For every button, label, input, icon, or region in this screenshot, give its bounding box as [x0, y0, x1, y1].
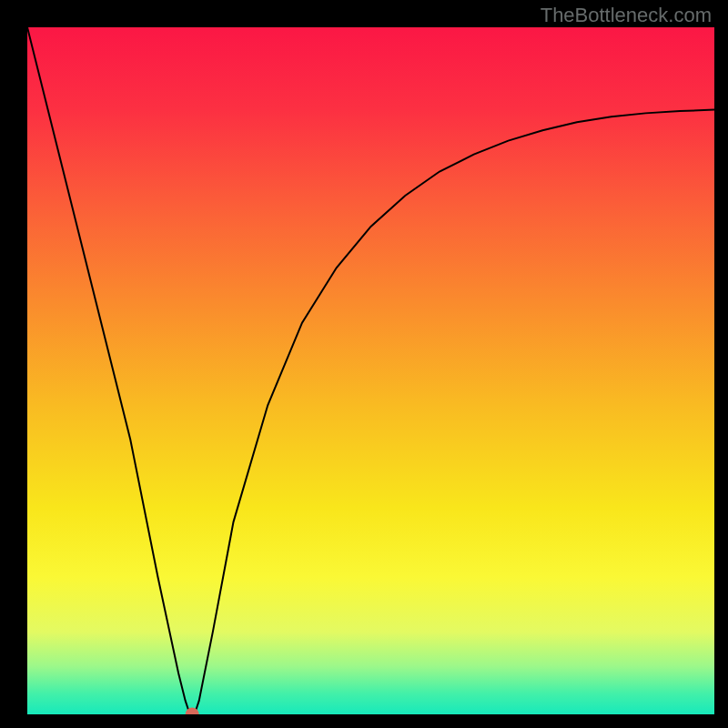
chart-plot-area [27, 27, 714, 714]
watermark-text: TheBottleneck.com [541, 4, 712, 27]
chart-svg [27, 27, 714, 714]
chart-background [27, 27, 714, 714]
